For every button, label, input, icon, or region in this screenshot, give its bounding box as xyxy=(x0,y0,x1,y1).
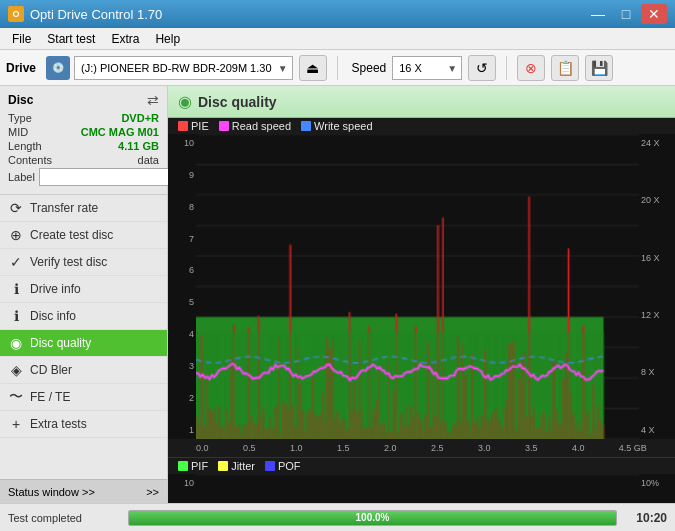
sidebar-label-drive-info: Drive info xyxy=(30,282,81,296)
sidebar-item-drive-info[interactable]: ℹ Drive info xyxy=(0,276,167,303)
chart1-legend: PIE Read speed Write speed xyxy=(168,118,675,134)
legend-pie-label: PIE xyxy=(191,120,209,132)
drive-dropdown[interactable]: (J:) PIONEER BD-RW BDR-209M 1.30 ▼ xyxy=(74,56,293,80)
disc-panel: Disc ⇄ Type DVD+R MID CMC MAG M01 Length… xyxy=(0,86,167,195)
titlebar-left: O Opti Drive Control 1.70 xyxy=(8,6,162,22)
legend-pif-dot xyxy=(178,461,188,471)
menu-help[interactable]: Help xyxy=(147,30,188,48)
disc-contents-value: data xyxy=(138,154,159,166)
status-window-arrow: >> xyxy=(146,486,159,498)
legend-write-speed: Write speed xyxy=(301,120,373,132)
sidebar-label-create-test-disc: Create test disc xyxy=(30,228,113,242)
legend-read-label: Read speed xyxy=(232,120,291,132)
chart1-x-labels: 0.0 0.5 1.0 1.5 2.0 2.5 3.0 3.5 4.0 4.5 … xyxy=(196,443,647,453)
disc-type-value: DVD+R xyxy=(121,112,159,124)
legend-read-speed: Read speed xyxy=(219,120,291,132)
sidebar-label-disc-info: Disc info xyxy=(30,309,76,323)
main-layout: Disc ⇄ Type DVD+R MID CMC MAG M01 Length… xyxy=(0,86,675,503)
disc-contents-row: Contents data xyxy=(8,154,159,166)
sidebar-item-verify-test-disc[interactable]: ✓ Verify test disc xyxy=(0,249,167,276)
toolbar: Drive 💿 (J:) PIONEER BD-RW BDR-209M 1.30… xyxy=(0,50,675,86)
sidebar-item-extra-tests[interactable]: + Extra tests xyxy=(0,411,167,438)
disc-mid-label: MID xyxy=(8,126,28,138)
maximize-button[interactable]: □ xyxy=(613,4,639,24)
charts-container: PIE Read speed Write speed 10 9 xyxy=(168,118,675,503)
legend-write-dot xyxy=(301,121,311,131)
verify-test-disc-icon: ✓ xyxy=(8,254,24,270)
copy-button[interactable]: 📋 xyxy=(551,55,579,81)
sidebar-label-fe-te: FE / TE xyxy=(30,390,70,404)
chart2-area: 10 9 8 7 6 5 4 3 2 1 10% 8% xyxy=(168,474,675,503)
legend-jitter-dot xyxy=(218,461,228,471)
disc-mid-value: CMC MAG M01 xyxy=(81,126,159,138)
chart1-y-axis-right: 24 X 20 X 16 X 12 X 8 X 4 X xyxy=(639,134,675,439)
disc-mid-row: MID CMC MAG M01 xyxy=(8,126,159,138)
erase-button[interactable]: ⊗ xyxy=(517,55,545,81)
legend-pif: PIF xyxy=(178,460,208,472)
sidebar-label-verify-test-disc: Verify test disc xyxy=(30,255,107,269)
statusbar: Test completed 100.0% 10:20 xyxy=(0,503,675,531)
speed-dropdown[interactable]: 16 X ▼ xyxy=(392,56,462,80)
sidebar-item-create-test-disc[interactable]: ⊕ Create test disc xyxy=(0,222,167,249)
time-display: 10:20 xyxy=(625,511,675,525)
app-icon: O xyxy=(8,6,24,22)
close-button[interactable]: ✕ xyxy=(641,4,667,24)
disc-header: Disc ⇄ xyxy=(8,92,159,108)
disc-refresh-icon[interactable]: ⇄ xyxy=(147,92,159,108)
chart1-area: 10 9 8 7 6 5 4 3 2 1 24 X 20 X xyxy=(168,134,675,439)
drive-icon: 💿 xyxy=(46,56,70,80)
cd-bler-icon: ◈ xyxy=(8,362,24,378)
legend-pie-dot xyxy=(178,121,188,131)
chart1-canvas xyxy=(196,134,639,439)
sidebar-item-disc-quality[interactable]: ◉ Disc quality xyxy=(0,330,167,357)
menu-file[interactable]: File xyxy=(4,30,39,48)
disc-length-value: 4.11 GB xyxy=(118,140,159,152)
legend-pif-label: PIF xyxy=(191,460,208,472)
menu-starttest[interactable]: Start test xyxy=(39,30,103,48)
progress-bar: 100.0% xyxy=(129,511,616,525)
sidebar-label-transfer-rate: Transfer rate xyxy=(30,201,98,215)
disc-label-input[interactable] xyxy=(39,168,174,186)
status-window-label: Status window >> xyxy=(8,486,95,498)
disc-quality-icon: ◉ xyxy=(8,335,24,351)
titlebar-controls: — □ ✕ xyxy=(585,4,667,24)
content-title: Disc quality xyxy=(198,94,277,110)
sidebar-item-transfer-rate[interactable]: ⟳ Transfer rate xyxy=(0,195,167,222)
disc-label-row: Label ⚙ xyxy=(8,168,159,186)
legend-pof-dot xyxy=(265,461,275,471)
toolbar-sep-1 xyxy=(337,56,338,80)
eject-button[interactable]: ⏏ xyxy=(299,55,327,81)
legend-jitter-label: Jitter xyxy=(231,460,255,472)
disc-type-label: Type xyxy=(8,112,32,124)
legend-write-label: Write speed xyxy=(314,120,373,132)
sidebar-item-fe-te[interactable]: 〜 FE / TE xyxy=(0,384,167,411)
legend-jitter: Jitter xyxy=(218,460,255,472)
refresh-button[interactable]: ↺ xyxy=(468,55,496,81)
menu-extra[interactable]: Extra xyxy=(103,30,147,48)
chart1-x-axis: 0.0 0.5 1.0 1.5 2.0 2.5 3.0 3.5 4.0 4.5 … xyxy=(168,439,675,457)
app-title: Opti Drive Control 1.70 xyxy=(30,7,162,22)
sidebar-item-cd-bler[interactable]: ◈ CD Bler xyxy=(0,357,167,384)
menubar: File Start test Extra Help xyxy=(0,28,675,50)
drive-value: (J:) PIONEER BD-RW BDR-209M 1.30 xyxy=(81,62,272,74)
create-test-disc-icon: ⊕ xyxy=(8,227,24,243)
save-button[interactable]: 💾 xyxy=(585,55,613,81)
progress-text: 100.0% xyxy=(356,512,390,523)
extra-tests-icon: + xyxy=(8,416,24,432)
disc-length-row: Length 4.11 GB xyxy=(8,140,159,152)
disc-title: Disc xyxy=(8,93,33,107)
disc-info-icon: ℹ xyxy=(8,308,24,324)
sidebar-item-disc-info[interactable]: ℹ Disc info xyxy=(0,303,167,330)
disc-length-label: Length xyxy=(8,140,42,152)
sidebar-label-extra-tests: Extra tests xyxy=(30,417,87,431)
disc-quality-header-icon: ◉ xyxy=(178,92,192,111)
sidebar: Disc ⇄ Type DVD+R MID CMC MAG M01 Length… xyxy=(0,86,168,503)
sidebar-label-disc-quality: Disc quality xyxy=(30,336,91,350)
minimize-button[interactable]: — xyxy=(585,4,611,24)
status-window-button[interactable]: Status window >> >> xyxy=(0,479,167,503)
content-header: ◉ Disc quality xyxy=(168,86,675,118)
drive-selector: 💿 (J:) PIONEER BD-RW BDR-209M 1.30 ▼ xyxy=(46,56,293,80)
drive-dropdown-arrow: ▼ xyxy=(278,62,288,73)
sidebar-menu: ⟳ Transfer rate ⊕ Create test disc ✓ Ver… xyxy=(0,195,167,479)
progress-container: 100.0% xyxy=(128,510,617,526)
